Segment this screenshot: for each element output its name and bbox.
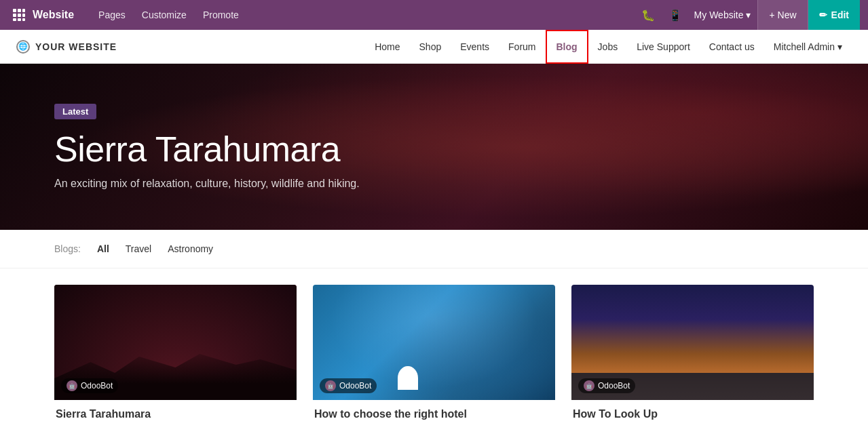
nav-promote[interactable]: Promote — [195, 0, 247, 30]
blog-card-title-3: How To Look Up — [571, 408, 814, 420]
nav-shop[interactable]: Shop — [410, 30, 451, 64]
nav-home[interactable]: Home — [365, 30, 409, 64]
edit-button[interactable]: ✏ Edit — [808, 0, 860, 30]
nav-pages[interactable]: Pages — [90, 0, 134, 30]
new-button[interactable]: + New — [757, 0, 808, 30]
admin-bar: Website Pages Customize Promote 🐛 📱 My W… — [0, 0, 868, 30]
nav-admin-user[interactable]: Mitchell Admin ▾ — [764, 30, 852, 64]
blog-card-image-1: 🤖 OdooBot — [54, 285, 297, 400]
author-badge-3: 🤖 OdooBot — [578, 378, 635, 393]
nav-live-support[interactable]: Live Support — [627, 30, 700, 64]
svg-rect-4 — [18, 14, 21, 17]
hero-section: Latest Sierra Tarahumara An exciting mix… — [0, 64, 868, 230]
blog-card-2[interactable]: 🤖 OdooBot How to choose the right hotel — [313, 285, 555, 420]
grid-icon[interactable] — [8, 4, 30, 26]
author-avatar-2: 🤖 — [325, 380, 336, 391]
hero-badge: Latest — [54, 104, 96, 119]
mobile-icon[interactable]: 📱 — [663, 3, 687, 27]
hero-subtitle: An exciting mix of relaxation, culture, … — [54, 178, 814, 190]
author-badge-1: 🤖 OdooBot — [61, 378, 118, 393]
nav-contact-us[interactable]: Contact us — [700, 30, 764, 64]
pencil-icon: ✏ — [819, 9, 827, 20]
blog-card-title-1: Sierra Tarahumara — [54, 408, 297, 420]
svg-rect-5 — [22, 14, 25, 17]
site-navbar: 🌐 YOUR WEBSITE Home Shop Events Forum Bl… — [0, 30, 868, 64]
blog-filter-label: Blogs: — [54, 243, 81, 254]
chevron-down-icon: ▾ — [837, 41, 842, 52]
author-badge-2: 🤖 OdooBot — [320, 378, 377, 393]
nav-jobs[interactable]: Jobs — [588, 30, 628, 64]
app-name: Website — [33, 9, 74, 21]
blog-card-image-2: 🤖 OdooBot — [313, 285, 555, 400]
nav-customize[interactable]: Customize — [134, 0, 195, 30]
site-logo[interactable]: 🌐 YOUR WEBSITE — [16, 40, 117, 54]
svg-rect-6 — [13, 18, 16, 21]
bug-icon[interactable]: 🐛 — [636, 3, 660, 27]
svg-rect-3 — [13, 14, 16, 17]
nav-events[interactable]: Events — [451, 30, 499, 64]
blog-card-1[interactable]: 🤖 OdooBot Sierra Tarahumara — [54, 285, 297, 420]
chevron-down-icon: ▾ — [746, 9, 751, 20]
blog-card-title-2: How to choose the right hotel — [313, 408, 555, 420]
site-nav-links: Home Shop Events Forum Blog Jobs Live Su… — [365, 30, 852, 64]
filter-travel[interactable]: Travel — [117, 241, 159, 257]
svg-rect-1 — [18, 9, 21, 12]
blog-card-image-3: 🤖 OdooBot — [571, 285, 814, 400]
nav-blog[interactable]: Blog — [546, 30, 588, 64]
svg-rect-0 — [13, 9, 16, 12]
filter-astronomy[interactable]: Astronomy — [159, 241, 221, 257]
blog-card-3[interactable]: 🤖 OdooBot How To Look Up — [571, 285, 814, 420]
author-avatar-3: 🤖 — [584, 380, 595, 391]
svg-rect-7 — [18, 18, 21, 21]
svg-rect-2 — [22, 9, 25, 12]
author-avatar-1: 🤖 — [67, 380, 77, 391]
filter-all[interactable]: All — [89, 241, 117, 257]
blog-grid: 🤖 OdooBot Sierra Tarahumara 🤖 OdooBot Ho… — [0, 268, 868, 440]
svg-rect-8 — [22, 18, 25, 21]
globe-icon: 🌐 — [16, 40, 30, 54]
hero-title: Sierra Tarahumara — [54, 130, 814, 169]
blog-filter: Blogs: All Travel Astronomy — [0, 230, 868, 268]
nav-forum[interactable]: Forum — [499, 30, 545, 64]
my-website-dropdown[interactable]: My Website ▾ — [687, 0, 758, 30]
